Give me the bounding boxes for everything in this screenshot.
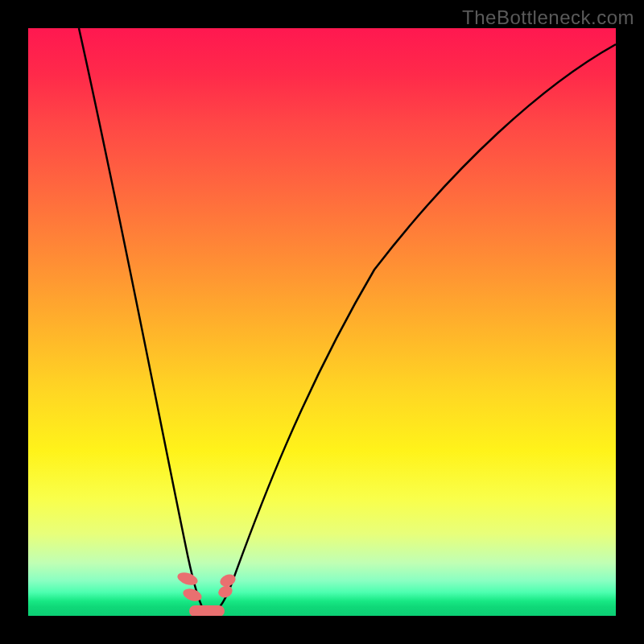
plot-area [28,28,616,616]
bottom-marker [189,605,225,616]
left-marker-upper [175,570,199,587]
chart-frame: TheBottleneck.com [0,0,644,644]
marker-group [175,570,237,616]
curve-overlay [28,28,616,616]
left-branch [79,28,211,613]
attribution-text: TheBottleneck.com [462,6,634,29]
right-branch [211,44,616,613]
